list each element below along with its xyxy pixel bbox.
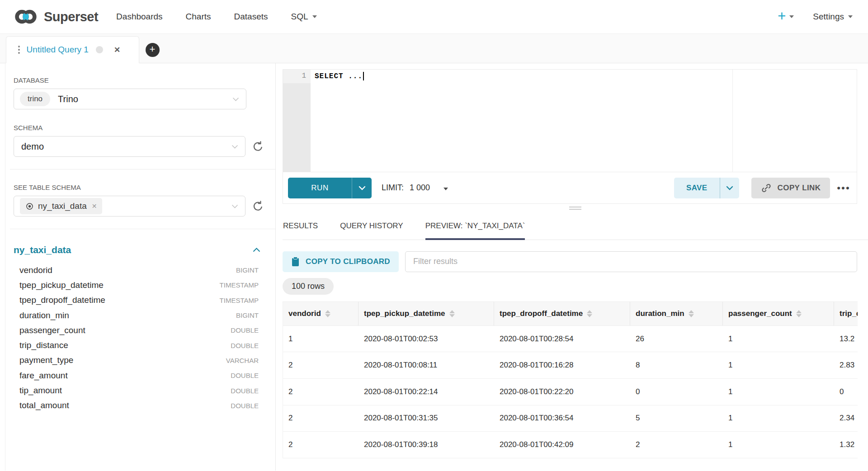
table-schema-title[interactable]: ny_taxi_data <box>14 245 71 255</box>
table-cell: 0 <box>834 379 858 405</box>
print-margin-line <box>732 70 733 172</box>
save-button[interactable]: SAVE <box>674 178 739 198</box>
add-tab-button[interactable]: + <box>139 36 165 63</box>
schema-column-row: duration_minBIGINT <box>14 308 264 323</box>
sort-icon[interactable] <box>587 310 592 318</box>
nav-item-datasets[interactable]: Datasets <box>234 12 268 22</box>
database-select[interactable]: trino Trino <box>14 89 246 109</box>
more-options-button[interactable]: ••• <box>837 183 850 193</box>
results-panel: COPY TO CLIPBOARD 100 rows vendoridtpep_… <box>283 251 868 458</box>
copy-to-clipboard-button[interactable]: COPY TO CLIPBOARD <box>283 251 399 272</box>
table-cell: 1 <box>283 326 359 352</box>
nav-item-dashboards[interactable]: Dashboards <box>116 12 162 22</box>
schema-column-row: total_amountDOUBLE <box>14 398 264 413</box>
chevron-down-icon <box>359 187 365 189</box>
sort-icon[interactable] <box>325 310 330 318</box>
table-cell: 2 <box>283 405 359 432</box>
table-row: 22020-08-01T00:22:142020-08-01T00:22:200… <box>283 379 858 405</box>
collapse-icon[interactable] <box>253 248 260 252</box>
table-schema-select[interactable]: ny_taxi_data ✕ <box>14 196 245 217</box>
table-cell: 1 <box>723 405 834 432</box>
schema-column-row: tip_amountDOUBLE <box>14 383 264 398</box>
limit-dropdown[interactable]: LIMIT: 1 000 <box>382 183 448 193</box>
line-number: 1 <box>283 70 311 83</box>
limit-label: LIMIT: <box>382 183 404 192</box>
column-header-tpep_pickup_datetime[interactable]: tpep_pickup_datetime <box>359 302 494 325</box>
save-label: SAVE <box>674 178 720 198</box>
selected-table-pill[interactable]: ny_taxi_data ✕ <box>20 198 102 214</box>
column-header-label: passenger_count <box>728 309 792 318</box>
table-row: 22020-08-01T00:39:182020-08-01T00:42:092… <box>283 432 858 458</box>
nav-item-sql[interactable]: SQL <box>291 12 317 22</box>
editor-gutter: 1 <box>283 70 311 172</box>
chevron-down-icon <box>312 15 317 18</box>
copy-link-button[interactable]: COPY LINK <box>751 178 830 198</box>
results-tab-results[interactable]: RESULTS <box>283 221 318 240</box>
caret-down-icon <box>443 188 448 190</box>
sort-icon[interactable] <box>796 310 802 318</box>
column-header-trip_distance[interactable]: trip_distance <box>834 302 858 325</box>
column-type: TIMESTAMP <box>220 281 259 289</box>
pane-resize-handle[interactable] <box>569 207 581 210</box>
table-row: 22020-08-01T00:31:352020-08-01T00:36:545… <box>283 405 858 432</box>
column-header-label: trip_distance <box>840 309 858 318</box>
query-tab-title[interactable]: Untitled Query 1 <box>27 45 89 55</box>
sql-editor[interactable]: 1 SELECT ... <box>283 70 857 172</box>
sort-icon[interactable] <box>689 310 694 318</box>
column-name: tip_amount <box>19 386 62 396</box>
refresh-tables-button[interactable] <box>251 200 264 213</box>
run-button[interactable]: RUN <box>288 178 372 198</box>
table-cell: 2020-08-01T00:39:18 <box>359 432 494 458</box>
column-name: tpep_dropoff_datetime <box>19 295 105 305</box>
nav-links: DashboardsChartsDatasetsSQL <box>116 12 340 22</box>
column-header-duration_min[interactable]: duration_min <box>630 302 723 325</box>
results-tab-preview[interactable]: PREVIEW: `NY_TAXI_DATA` <box>425 221 525 240</box>
drag-handle-icon[interactable] <box>18 46 20 53</box>
clipboard-icon <box>291 257 300 267</box>
column-name: tpep_pickup_datetime <box>19 280 104 290</box>
schema-select[interactable]: demo <box>14 136 245 157</box>
editor-code-area[interactable]: SELECT ... <box>311 70 857 172</box>
table-cell: 0 <box>630 379 723 405</box>
results-table: vendoridtpep_pickup_datetimetpep_dropoff… <box>283 301 858 458</box>
table-cell: 8 <box>630 352 723 378</box>
sql-editor-pane: 1 SELECT ... RUN LIMIT: 1 000 <box>283 69 857 204</box>
column-header-passenger_count[interactable]: passenger_count <box>723 302 834 325</box>
table-cell: 1 <box>723 326 834 352</box>
column-header-vendorid[interactable]: vendorid <box>283 302 359 325</box>
column-name: duration_min <box>19 311 69 320</box>
run-options-button[interactable] <box>352 178 372 198</box>
table-cell: 1.32 <box>834 432 858 458</box>
chevron-down-icon <box>848 15 853 18</box>
copy-link-label: COPY LINK <box>778 184 821 193</box>
remove-table-icon[interactable]: ✕ <box>92 203 97 210</box>
sql-code: SELECT ... <box>315 72 363 80</box>
chevron-down-icon <box>232 97 239 101</box>
column-header-tpep_dropoff_datetime[interactable]: tpep_dropoff_datetime <box>494 302 630 325</box>
new-item-button[interactable]: + <box>778 11 794 23</box>
table-cell: 26 <box>630 326 723 352</box>
table-cell: 2020-08-01T00:02:53 <box>359 326 494 352</box>
results-tab-query-history[interactable]: QUERY HISTORY <box>340 221 403 240</box>
settings-menu[interactable]: Settings <box>813 12 853 22</box>
schema-column-row: tpep_dropoff_datetimeTIMESTAMP <box>14 293 264 308</box>
table-cell: 13.2 <box>834 326 858 352</box>
refresh-schemas-button[interactable] <box>251 140 264 153</box>
query-tab-active[interactable]: Untitled Query 1 ✕ <box>6 36 139 63</box>
column-header-label: tpep_dropoff_datetime <box>500 309 583 318</box>
superset-logo[interactable]: Superset <box>14 9 98 25</box>
refresh-icon <box>251 140 264 153</box>
editor-toolbar: RUN LIMIT: 1 000 SAVE <box>283 172 857 203</box>
save-options-button[interactable] <box>720 178 739 198</box>
nav-item-charts[interactable]: Charts <box>186 12 211 22</box>
database-badge: trino <box>20 92 50 106</box>
chevron-down-icon <box>231 204 238 208</box>
table-cell: 2 <box>283 432 359 458</box>
close-tab-icon[interactable]: ✕ <box>114 45 120 55</box>
sort-icon[interactable] <box>449 310 455 318</box>
column-name: payment_type <box>19 355 73 365</box>
table-cell: 2 <box>630 432 723 458</box>
filter-results-input[interactable] <box>405 251 857 272</box>
navbar: Superset DashboardsChartsDatasetsSQL + S… <box>0 0 868 34</box>
infinity-logo-icon <box>14 9 38 25</box>
